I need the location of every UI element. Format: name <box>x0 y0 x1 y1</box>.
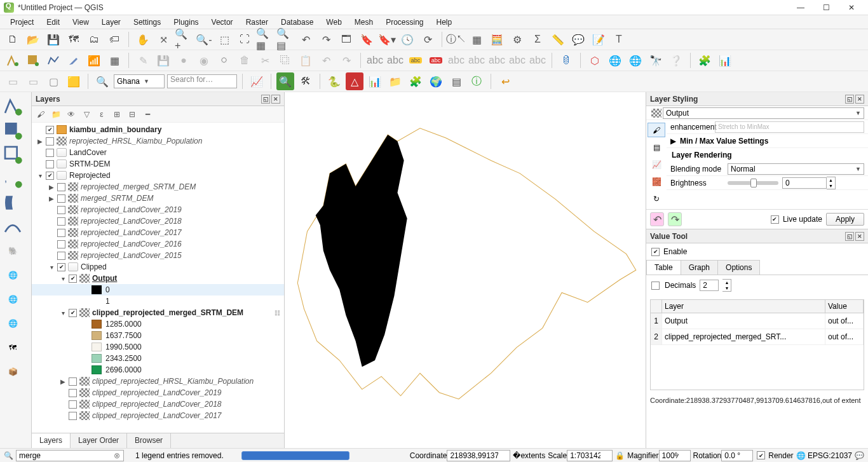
red-tool-icon[interactable]: △ <box>346 72 363 90</box>
binoculars-icon[interactable]: 🔭 <box>647 51 665 69</box>
panel-tab[interactable]: Browser <box>127 433 171 448</box>
decimals-spinner[interactable]: ▲▼ <box>722 279 731 292</box>
globe1-icon[interactable]: 🌐 <box>606 51 624 69</box>
expander-icon[interactable]: ▶ <box>36 138 44 145</box>
maptips-icon[interactable]: 💬 <box>569 31 587 48</box>
zoom-next-icon[interactable]: ↷ <box>317 31 335 48</box>
layer-row[interactable]: 1990.5000 <box>32 341 284 353</box>
styledock-icon[interactable]: 🖌 <box>34 108 47 121</box>
paste-icon[interactable]: 📋 <box>297 51 315 69</box>
add-mesh-dock-icon[interactable] <box>3 144 23 165</box>
magnifier-input[interactable] <box>659 450 691 461</box>
live-update-checkbox[interactable]: Live update <box>770 215 822 224</box>
nominatim-icon[interactable]: 🔍 <box>93 72 111 90</box>
chart-icon[interactable]: 📊 <box>366 72 384 90</box>
pencil-icon[interactable]: ✎ <box>134 51 152 69</box>
visibility-checkbox[interactable] <box>57 263 65 271</box>
menu-edit[interactable]: Edit <box>40 17 66 28</box>
add-vector-icon[interactable] <box>4 51 22 69</box>
crs-button[interactable]: 🌐 EPSG:21037 <box>796 451 852 460</box>
visibility-checkbox[interactable] <box>57 252 65 260</box>
layer-row[interactable]: clipped_reprojected_LandCover_2019 <box>32 387 284 398</box>
decimals-checkbox[interactable] <box>651 282 660 290</box>
pan-selection-icon[interactable]: ⤧ <box>154 31 172 48</box>
layer-tree[interactable]: kiambu_admin_boundary▶reprojected_HRSL_K… <box>32 123 284 433</box>
panel-undock-icon[interactable]: ◱ <box>845 232 854 241</box>
plugin2-icon[interactable]: 📊 <box>716 51 734 69</box>
brightness-slider[interactable] <box>728 181 778 185</box>
attribute-table-icon[interactable]: ▦ <box>468 31 485 48</box>
layer-row[interactable]: clipped_reprojected_LandCover_2017 <box>32 410 284 421</box>
expander-icon[interactable]: ▾ <box>47 264 56 271</box>
panel-close-icon[interactable]: ✕ <box>855 95 864 104</box>
layer-row[interactable]: kiambu_admin_boundary <box>32 124 284 135</box>
add-virtual-dock-icon[interactable]: 📦 <box>3 362 23 382</box>
visibility-checkbox[interactable] <box>46 172 54 180</box>
add-postgis-dock-icon[interactable]: 🐘 <box>3 241 23 261</box>
info-icon[interactable]: ⓘ <box>468 72 485 90</box>
value-row[interactable]: 1Outputout of... <box>651 313 864 329</box>
layer-row[interactable]: 2343.2500 <box>32 353 284 364</box>
maximize-button[interactable]: ☐ <box>813 0 839 15</box>
clear-icon[interactable]: ⊗ <box>114 451 120 460</box>
python-icon[interactable]: 🐍 <box>325 72 343 90</box>
plugin3-icon[interactable]: 🧩 <box>407 72 424 90</box>
plugin1-icon[interactable]: 🧩 <box>696 51 714 69</box>
select-lasso-icon[interactable]: ▢ <box>44 72 62 90</box>
zoom-native-icon[interactable]: ⬚ <box>215 31 233 48</box>
expander-icon[interactable]: ▶ <box>58 378 67 385</box>
hexagon-icon[interactable]: ⬡ <box>586 51 604 69</box>
apply-button[interactable]: Apply <box>826 213 864 226</box>
save-layer-icon[interactable]: 💾 <box>154 51 172 69</box>
zoom-last-icon[interactable]: ↶ <box>297 31 315 48</box>
expand-all-icon[interactable]: ⊞ <box>111 108 123 121</box>
panel-close-icon[interactable]: ✕ <box>271 95 280 104</box>
label-e-icon[interactable]: abc <box>529 51 546 69</box>
label-b-icon[interactable]: abc <box>468 51 485 69</box>
histogram-tab-icon[interactable]: 📈 <box>648 157 665 172</box>
layer-row[interactable]: ▶reprojected_merged_SRTM_DEM <box>32 181 284 193</box>
layer-row[interactable]: reprojected_LandCover_2017 <box>32 227 284 238</box>
layer-row[interactable]: ▾clipped_reprojected_merged_SRTM_DEM☷ <box>32 307 284 318</box>
locator-input[interactable] <box>16 450 124 461</box>
zoom-out-icon[interactable]: 🔍- <box>195 31 213 48</box>
visibility-checkbox[interactable] <box>57 194 65 203</box>
visibility-checkbox[interactable] <box>57 217 65 226</box>
delete-selected-icon[interactable]: 🗑 <box>236 51 254 69</box>
identify-icon[interactable]: ⓘ↖ <box>447 31 465 48</box>
menu-view[interactable]: View <box>66 17 95 28</box>
undo-icon[interactable]: ↶ <box>317 51 335 69</box>
collapse-all-icon[interactable]: ⊟ <box>126 108 139 121</box>
pan-icon[interactable]: ✋ <box>134 31 152 48</box>
value-row[interactable]: 2clipped_reprojected_merged_SRT...out of… <box>651 329 864 345</box>
layer-row[interactable]: ▾Clipped <box>32 261 284 273</box>
undo-style-icon[interactable]: ↶ <box>650 212 664 226</box>
transparency-tab-icon[interactable]: ▤ <box>648 140 665 154</box>
visibility-checkbox[interactable] <box>46 126 54 134</box>
toolbox-icon[interactable]: ⚙ <box>508 31 526 48</box>
layer-row[interactable]: SRTM-DEM <box>32 158 284 170</box>
visibility-checkbox[interactable] <box>57 240 65 248</box>
add-csv-dock-icon[interactable]: , <box>3 168 23 189</box>
styling-layer-combo[interactable]: Output▼ <box>663 107 864 119</box>
visibility-checkbox[interactable] <box>69 377 77 386</box>
brightness-spinner[interactable]: ▲▼ <box>827 177 836 189</box>
visibility-checkbox[interactable] <box>69 389 77 397</box>
node-tool-icon[interactable]: ⭘ <box>215 51 233 69</box>
messages-icon[interactable]: 💬 <box>855 451 864 460</box>
zoom-selection-icon[interactable]: 🔍▦ <box>256 31 274 48</box>
menu-mesh[interactable]: Mesh <box>348 17 379 28</box>
expander-icon[interactable]: ▾ <box>36 172 44 179</box>
layer-row[interactable]: 1285.0000 <box>32 318 284 330</box>
blending-combo[interactable]: Normal▼ <box>728 163 864 175</box>
layer-row[interactable]: ▾Reprojected <box>32 170 284 181</box>
new-map-view-icon[interactable]: 🗔 <box>337 31 355 48</box>
annotation-icon[interactable]: 📝 <box>590 31 607 48</box>
visibility-checkbox[interactable] <box>69 400 77 409</box>
layer-row[interactable]: ▶reprojected_HRSL_Kiambu_Population <box>32 135 284 147</box>
label-yellow-icon[interactable]: abc <box>407 51 424 69</box>
extents-icon[interactable]: �extents <box>513 451 545 460</box>
select-features-icon[interactable]: ▭ <box>4 72 22 90</box>
menu-raster[interactable]: Raster <box>240 17 275 28</box>
visibility-checkbox[interactable] <box>69 275 77 283</box>
